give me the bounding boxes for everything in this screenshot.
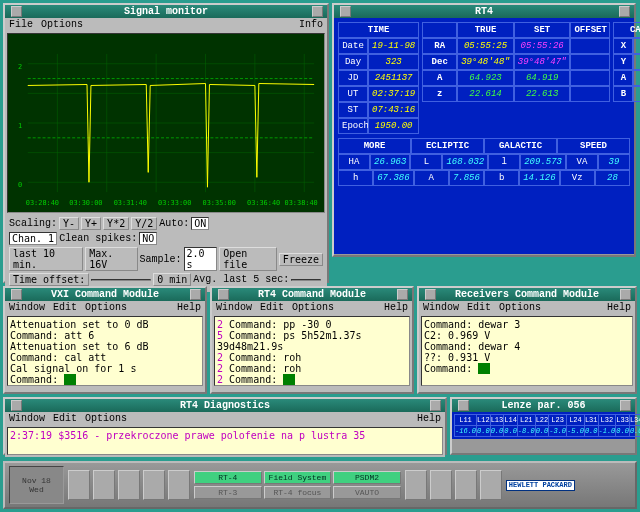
menu-options[interactable]: Options — [85, 413, 127, 424]
taskbar: Nov 18 Wed RT-4Field SystemPSDM2RT-3RT-4… — [3, 461, 637, 509]
sample-value[interactable]: 2.0 s — [184, 247, 218, 271]
scale-ymul-button[interactable]: Y*2 — [103, 217, 129, 230]
menu-window[interactable]: Window — [9, 413, 45, 424]
menu-edit[interactable]: Edit — [467, 302, 491, 313]
taskbar-icon[interactable] — [68, 470, 90, 500]
menu-options[interactable]: Options — [292, 302, 334, 313]
printer-icon[interactable] — [405, 470, 427, 500]
menu-window[interactable]: Window — [9, 302, 45, 313]
avg-value[interactable] — [291, 279, 321, 281]
menu-icon[interactable] — [425, 289, 436, 300]
timeoffset-input[interactable] — [91, 279, 151, 281]
menu-options[interactable]: Options — [41, 19, 83, 30]
minimize-icon[interactable] — [430, 400, 441, 411]
menu-info[interactable]: Info — [299, 19, 323, 30]
rt4cmd-window: RT4 Command Module WindowEditOptionsHelp… — [210, 286, 414, 394]
time-head: TIME — [338, 22, 419, 38]
rt4-title: RT4 — [351, 6, 617, 17]
menu-help[interactable]: Help — [417, 413, 441, 424]
svg-text:03:38:40: 03:38:40 — [285, 199, 318, 207]
scale-yplus-button[interactable]: Y+ — [81, 217, 101, 230]
menu-help[interactable]: Help — [384, 302, 408, 313]
menu-window[interactable]: Window — [216, 302, 252, 313]
svg-text:03:28:40: 03:28:40 — [26, 199, 59, 207]
taskbar-icon[interactable] — [455, 470, 477, 500]
menu-icon[interactable] — [340, 6, 351, 17]
menu-options[interactable]: Options — [499, 302, 541, 313]
rt4cmd-terminal[interactable]: 2 Command: pp -30 05 Command: ps 5h52m1.… — [214, 316, 410, 386]
menu-options[interactable]: Options — [85, 302, 127, 313]
taskbar-button[interactable]: RT-4 focus — [264, 486, 332, 499]
taskbar-icon[interactable] — [143, 470, 165, 500]
svg-text:1: 1 — [18, 122, 22, 130]
svg-text:03:30:00: 03:30:00 — [69, 199, 102, 207]
clean-value[interactable]: NO — [139, 232, 157, 245]
signal-monitor-window: Signal monitor File Options Info 210 — [3, 3, 329, 283]
rt4-window: RT4 TIME Date19-11-98Day323JD2451137UT02… — [332, 3, 636, 257]
taskbar-button[interactable]: RT-3 — [194, 486, 262, 499]
taskbar-icon[interactable] — [118, 470, 140, 500]
vxi-terminal[interactable]: Attenuation set to 0 dBCommand: att 6Att… — [7, 316, 203, 386]
signal-plot: 210 03:28:4003:30:00 03:31:4003:33:00 03… — [7, 33, 325, 213]
lenze-table: L11L12L13L14L21L22L23L24L31L32L33L34-16.… — [454, 414, 640, 437]
minimize-icon[interactable] — [312, 6, 323, 17]
menu-icon[interactable] — [11, 289, 22, 300]
svg-text:03:35:00: 03:35:00 — [203, 199, 236, 207]
taskbar-button[interactable]: Field System — [264, 471, 332, 484]
auto-value[interactable]: ON — [191, 217, 209, 230]
taskbar-icon[interactable] — [168, 470, 190, 500]
last10min-button[interactable]: last 10 min. — [9, 247, 83, 271]
channel-select[interactable]: Chan. 1 — [9, 232, 57, 245]
taskbar-icon[interactable] — [480, 470, 502, 500]
menu-edit[interactable]: Edit — [53, 413, 77, 424]
vxi-titlebar[interactable]: VXI Command Module — [5, 288, 205, 301]
minimize-icon[interactable] — [620, 289, 631, 300]
menu-icon[interactable] — [458, 400, 469, 411]
menu-edit[interactable]: Edit — [53, 302, 77, 313]
freeze-button[interactable]: Freeze — [279, 253, 323, 266]
taskbar-button[interactable]: VAUTO — [333, 486, 401, 499]
taskbar-icon[interactable] — [93, 470, 115, 500]
rt4cmd-titlebar[interactable]: RT4 Command Module — [212, 288, 412, 301]
rcv-terminal[interactable]: Command: dewar 3C2: 0.969 VCommand: dewa… — [421, 316, 633, 386]
minimize-icon[interactable] — [190, 289, 201, 300]
taskbar-button[interactable]: RT-4 — [194, 471, 262, 484]
lenze-titlebar[interactable]: Lenze par. 056 — [452, 399, 635, 412]
clean-label: Clean spikes: — [59, 233, 137, 244]
taskbar-button[interactable]: PSDM2 — [333, 471, 401, 484]
scaling-label: Scaling: — [9, 218, 57, 229]
svg-text:03:36:40: 03:36:40 — [247, 199, 280, 207]
openfile-button[interactable]: Open file — [219, 247, 277, 271]
sigmon-title: Signal monitor — [22, 6, 310, 17]
scale-ydiv-button[interactable]: Y/2 — [131, 217, 157, 230]
scale-yminus-button[interactable]: Y- — [59, 217, 79, 230]
taskbar-clock[interactable]: Nov 18 Wed — [9, 466, 64, 504]
diag-titlebar[interactable]: RT4 Diagnostics — [5, 399, 445, 412]
minimize-icon[interactable] — [397, 289, 408, 300]
menu-window[interactable]: Window — [423, 302, 459, 313]
rcv-titlebar[interactable]: Receivers Command Module — [419, 288, 635, 301]
avg-label: Avg. last 5 sec: — [193, 274, 289, 285]
diag-window: RT4 Diagnostics WindowEditOptionsHelp 2:… — [3, 397, 447, 455]
sigmon-titlebar[interactable]: Signal monitor — [5, 5, 327, 18]
hp-logo: HEWLETT PACKARD — [506, 480, 575, 491]
menu-help[interactable]: Help — [607, 302, 631, 313]
menu-icon[interactable] — [11, 400, 22, 411]
timeoffset-label: Time offset: — [9, 273, 89, 286]
max16v-button[interactable]: Max. 16V — [85, 247, 137, 271]
rt4-titlebar[interactable]: RT4 — [334, 5, 634, 18]
menu-edit[interactable]: Edit — [260, 302, 284, 313]
svg-text:0: 0 — [18, 181, 22, 189]
taskbar-icon[interactable] — [430, 470, 452, 500]
menu-help[interactable]: Help — [177, 302, 201, 313]
timeoffset-suffix: 0 min — [153, 273, 191, 286]
menu-icon[interactable] — [218, 289, 229, 300]
sigmon-menubar: File Options Info — [5, 18, 327, 31]
vxi-window: VXI Command Module WindowEditOptionsHelp… — [3, 286, 207, 394]
minimize-icon[interactable] — [620, 400, 631, 411]
diag-terminal[interactable]: 2:37:19 $3516 - przekroczone prawe polof… — [7, 427, 443, 455]
minimize-icon[interactable] — [619, 6, 630, 17]
sample-label: Sample: — [140, 254, 182, 265]
menu-file[interactable]: File — [9, 19, 33, 30]
menu-icon[interactable] — [11, 6, 22, 17]
